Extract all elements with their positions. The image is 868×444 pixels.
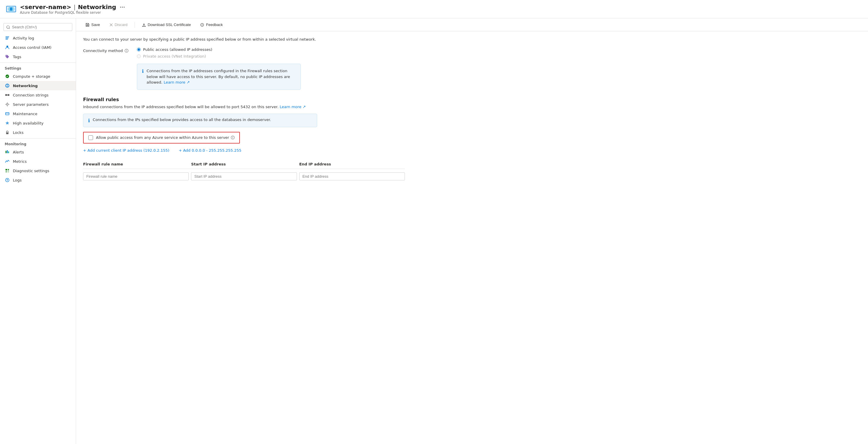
firewall-start-ip-input[interactable] [191, 172, 297, 180]
private-access-option[interactable]: Private access (VNet Integration) [137, 54, 301, 59]
sidebar-item-maintenance[interactable]: Maintenance [0, 109, 76, 118]
diagnostics-icon [5, 168, 10, 173]
save-icon [86, 23, 90, 27]
activity-log-icon [5, 35, 10, 41]
main-content: Save Discard Download SSL Certificate Fe… [76, 19, 868, 444]
allow-azure-services-checkbox[interactable] [88, 135, 93, 140]
add-current-ip-link[interactable]: + Add current client IP address (192.0.2… [83, 148, 169, 152]
ha-icon [5, 121, 10, 126]
tags-icon [5, 54, 10, 59]
checkbox-info-icon [231, 136, 235, 139]
svg-rect-15 [5, 94, 7, 96]
firewall-end-ip-input[interactable] [299, 172, 405, 180]
svg-rect-28 [8, 171, 9, 172]
sidebar-item-iam[interactable]: Access control (IAM) [0, 43, 76, 52]
sidebar-item-label: Logs [13, 178, 22, 182]
svg-rect-7 [5, 38, 8, 38]
svg-point-9 [6, 45, 8, 47]
allow-azure-services-container: Allow public access from any Azure servi… [83, 132, 240, 143]
feedback-icon [200, 23, 204, 27]
connection-icon [5, 92, 10, 98]
discard-icon [110, 23, 113, 27]
svg-rect-26 [8, 169, 9, 170]
sidebar-item-locks[interactable]: Locks [0, 128, 76, 137]
header-subtitle: Azure Database for PostgreSQL flexible s… [20, 10, 125, 14]
connectivity-info-box: ℹ Connections from the IP addresses conf… [137, 64, 301, 90]
monitoring-section-label: Monitoring [0, 138, 76, 147]
sidebar-item-activity-log[interactable]: Activity log [0, 33, 76, 43]
firewall-info-icon: ℹ [88, 118, 90, 123]
save-button[interactable]: Save [83, 21, 102, 28]
svg-point-3 [10, 8, 12, 10]
header-title-block: <server-name> | Networking ··· Azure Dat… [20, 3, 125, 14]
info-box-text: Connections from the IP addresses config… [147, 68, 296, 86]
sidebar-item-networking[interactable]: Networking [0, 81, 76, 90]
svg-rect-19 [5, 112, 9, 115]
firewall-rule-name-input[interactable] [83, 172, 189, 180]
svg-rect-24 [8, 151, 9, 153]
connectivity-section: Connectivity method Public access (allow… [83, 47, 861, 90]
info-icon: ℹ [142, 68, 144, 86]
sidebar-item-label: Maintenance [13, 112, 37, 116]
compute-icon [5, 74, 10, 79]
sidebar-item-logs[interactable]: Logs [0, 175, 76, 185]
search-input[interactable] [3, 23, 72, 31]
locks-icon [5, 130, 10, 135]
svg-rect-22 [5, 151, 6, 153]
params-icon [5, 102, 10, 107]
svg-point-42 [232, 137, 233, 137]
discard-button[interactable]: Discard [107, 21, 130, 28]
add-links-container: + Add current client IP address (192.0.2… [83, 148, 861, 152]
maintenance-icon [5, 111, 10, 116]
add-all-ips-link[interactable]: + Add 0.0.0.0 - 255.255.255.255 [179, 148, 241, 152]
header-ellipsis[interactable]: ··· [120, 4, 125, 10]
public-access-option[interactable]: Public access (allowed IP addresses) [137, 47, 301, 52]
public-access-radio[interactable] [137, 48, 141, 52]
sidebar-item-diagnostic-settings[interactable]: Diagnostic settings [0, 166, 76, 175]
sidebar-search-container [0, 21, 76, 33]
page-header: <server-name> | Networking ··· Azure Dat… [0, 0, 868, 19]
alerts-icon [5, 149, 10, 155]
firewall-rules-title: Firewall rules [83, 97, 861, 102]
svg-rect-8 [5, 39, 8, 39]
sidebar-item-metrics[interactable]: Metrics [0, 157, 76, 166]
col-header-end-ip: End IP address [299, 162, 405, 166]
info-learn-more-link[interactable]: Learn more ↗ [163, 80, 190, 84]
sidebar-item-high-availability[interactable]: High availability [0, 118, 76, 128]
connectivity-info-icon [125, 49, 128, 53]
col-header-start-ip: Start IP address [191, 162, 297, 166]
toolbar-separator [134, 22, 135, 28]
svg-rect-6 [5, 37, 9, 37]
sidebar-item-label: Connection strings [13, 93, 49, 97]
iam-icon [5, 45, 10, 50]
sidebar-item-server-parameters[interactable]: Server parameters [0, 100, 76, 109]
allow-azure-services-label: Allow public access from any Azure servi… [96, 135, 235, 140]
sidebar-item-label: Networking [13, 83, 38, 88]
sidebar-item-label: Alerts [13, 150, 24, 154]
firewall-info-text: Connections from the IPs specified below… [93, 117, 271, 123]
sidebar-item-compute-storage[interactable]: Compute + storage [0, 72, 76, 81]
sidebar-item-label: Access control (IAM) [13, 45, 52, 50]
feedback-button[interactable]: Feedback [198, 21, 225, 28]
svg-rect-21 [6, 132, 8, 134]
firewall-table-header: Firewall rule name Start IP address End … [83, 160, 405, 169]
firewall-table-row [83, 171, 405, 181]
server-icon [6, 4, 17, 14]
sidebar-item-label: High availability [13, 121, 43, 126]
svg-rect-27 [5, 171, 7, 172]
sidebar-item-label: Server parameters [13, 102, 49, 107]
sidebar-item-alerts[interactable]: Alerts [0, 147, 76, 157]
firewall-learn-more-link[interactable]: Learn more ↗ [280, 105, 306, 109]
page-title: <server-name> | Networking ··· [20, 3, 125, 10]
sidebar-item-tags[interactable]: Tags [0, 52, 76, 61]
svg-point-10 [6, 56, 7, 56]
settings-section-label: Settings [0, 63, 76, 72]
sidebar-item-connection-strings[interactable]: Connection strings [0, 90, 76, 100]
download-ssl-button[interactable]: Download SSL Certificate [140, 21, 193, 28]
svg-point-36 [202, 25, 203, 26]
sidebar-item-label: Metrics [13, 159, 27, 164]
svg-rect-16 [8, 94, 9, 96]
main-layout: Activity log Access control (IAM) Tags S… [0, 19, 868, 444]
content-body: You can connect to your server by specif… [76, 31, 868, 187]
private-access-radio[interactable] [137, 55, 141, 58]
